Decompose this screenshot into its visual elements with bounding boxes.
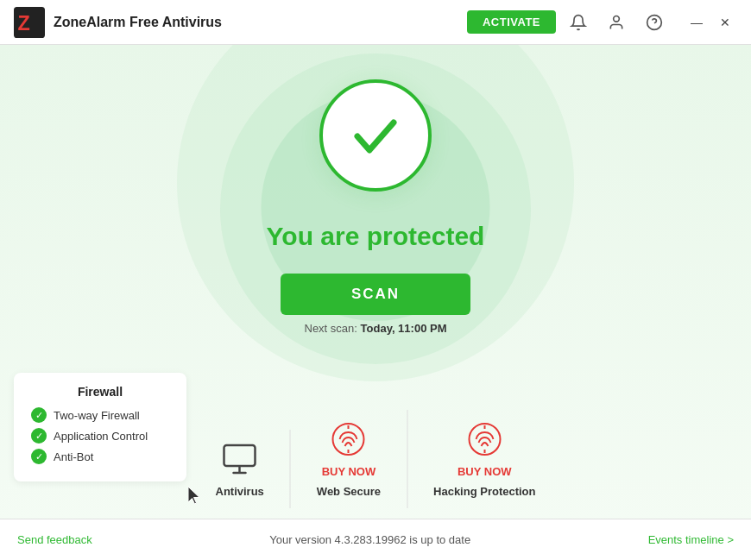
help-button[interactable] — [639, 10, 670, 35]
monitor-icon — [221, 440, 259, 478]
activate-button[interactable]: ACTIVATE — [467, 10, 556, 34]
notifications-button[interactable] — [563, 10, 594, 35]
bell-icon — [570, 14, 587, 31]
footer: Send feedback Your version 4.3.283.19962… — [0, 519, 751, 560]
list-item: ✓ Application Control — [31, 428, 169, 444]
hacking-icon — [465, 420, 503, 458]
user-button[interactable] — [601, 10, 632, 35]
events-timeline-link[interactable]: Events timeline > — [648, 533, 734, 546]
check-circle-container — [319, 79, 432, 192]
bottom-cards: Antivirus BUY NOW Web Secure — [190, 410, 562, 508]
hacking-protection-card[interactable]: BUY NOW Hacking Protection — [407, 410, 561, 508]
app-title: ZoneAlarm Free Antivirus — [54, 15, 222, 30]
minimize-button[interactable]: — — [684, 14, 710, 31]
close-button[interactable]: ✕ — [713, 14, 737, 31]
check-icon-appcontrol: ✓ — [31, 428, 47, 444]
title-bar-right: ACTIVATE — ✕ — [467, 10, 737, 35]
svg-text:Z: Z — [18, 12, 30, 35]
firewall-item-label-0: Two-way Firewall — [54, 409, 140, 422]
version-text: Your version 4.3.283.19962 is up to date — [269, 533, 470, 546]
send-feedback-link[interactable]: Send feedback — [17, 533, 92, 546]
firewall-item-label-2: Anti-Bot — [54, 450, 93, 463]
scan-button[interactable]: SCAN — [281, 274, 470, 315]
check-circle — [319, 79, 432, 192]
next-scan-label: Next scan: — [305, 322, 357, 335]
web-secure-label: Web Secure — [317, 485, 381, 498]
web-secure-buy-label: BUY NOW — [322, 465, 376, 478]
antivirus-card[interactable]: Antivirus — [190, 430, 291, 508]
title-bar: Z ZoneAlarm Free Antivirus ACTIVATE — [0, 0, 751, 45]
next-scan-text: Next scan: Today, 11:00 PM — [305, 322, 447, 335]
protected-title: You are protected — [267, 222, 485, 251]
list-item: ✓ Two-way Firewall — [31, 407, 169, 423]
list-item: ✓ Anti-Bot — [31, 449, 169, 464]
check-icon-antibot: ✓ — [31, 449, 47, 464]
protected-text-container: You are protected — [267, 222, 485, 251]
check-icon-firewall: ✓ — [31, 407, 47, 423]
next-scan-value: Today, 11:00 PM — [361, 322, 447, 335]
firewall-panel: Firewall ✓ Two-way Firewall ✓ Applicatio… — [14, 373, 186, 481]
antivirus-label: Antivirus — [216, 485, 264, 498]
web-secure-card[interactable]: BUY NOW Web Secure — [291, 410, 407, 508]
user-icon — [608, 14, 625, 31]
firewall-item-label-1: Application Control — [54, 430, 148, 443]
help-icon — [646, 14, 663, 31]
window-controls: — ✕ — [684, 14, 737, 31]
hacking-protection-label: Hacking Protection — [433, 485, 535, 498]
scan-btn-container: SCAN Next scan: Today, 11:00 PM — [281, 274, 470, 335]
main-content: You are protected SCAN Next scan: Today,… — [0, 45, 751, 560]
firewall-title: Firewall — [31, 385, 169, 399]
svg-point-2 — [614, 16, 620, 22]
fingerprint-icon — [330, 420, 368, 458]
title-bar-left: Z ZoneAlarm Free Antivirus — [14, 7, 467, 38]
svg-rect-5 — [224, 445, 256, 466]
checkmark-icon — [345, 105, 406, 166]
hacking-protection-buy-label: BUY NOW — [458, 465, 512, 478]
zonealarm-logo: Z — [14, 7, 45, 38]
